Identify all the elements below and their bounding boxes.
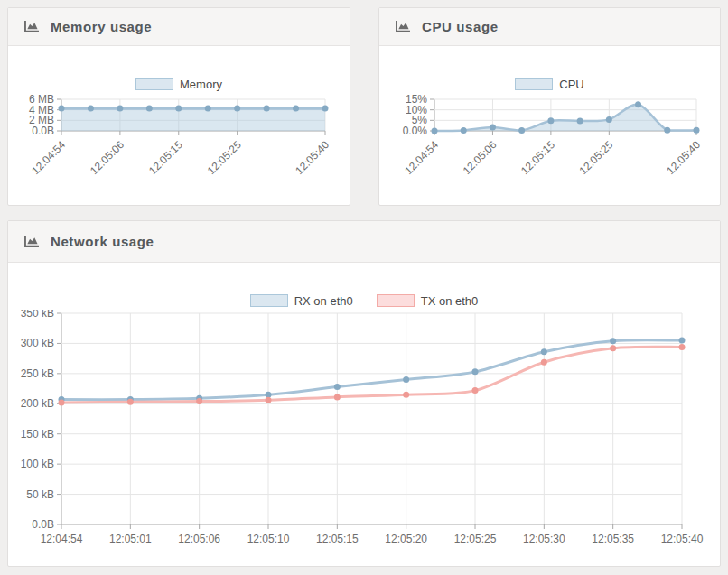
svg-text:12:05:25: 12:05:25 <box>577 138 616 177</box>
memory-panel-header: Memory usage <box>8 8 350 46</box>
svg-text:12:04:54: 12:04:54 <box>29 138 68 177</box>
svg-text:12:05:25: 12:05:25 <box>205 138 244 177</box>
dashboard: Memory usage Memory 12:04:5412:05:0612:0… <box>0 0 728 574</box>
area-chart-icon <box>23 235 40 248</box>
network-usage-panel: Network usage RX on eth0 TX on eth0 12:0… <box>7 220 721 567</box>
svg-text:12:05:40: 12:05:40 <box>661 533 704 545</box>
top-row: Memory usage Memory 12:04:5412:05:0612:0… <box>7 7 721 206</box>
svg-text:250 kB: 250 kB <box>21 367 54 380</box>
svg-text:12:05:30: 12:05:30 <box>523 533 565 545</box>
svg-text:150 kB: 150 kB <box>21 428 54 441</box>
rx-legend-label: RX on eth0 <box>294 294 353 308</box>
network-panel-header: Network usage <box>8 221 720 263</box>
memory-panel-title: Memory usage <box>51 19 152 34</box>
svg-text:12:05:10: 12:05:10 <box>247 533 290 545</box>
svg-text:300 kB: 300 kB <box>21 337 54 349</box>
svg-text:50 kB: 50 kB <box>26 488 54 501</box>
network-legend: RX on eth0 TX on eth0 <box>8 292 720 310</box>
memory-usage-panel: Memory usage Memory 12:04:5412:05:0612:0… <box>7 7 350 206</box>
cpu-panel-title: CPU usage <box>422 19 499 34</box>
svg-text:12:05:20: 12:05:20 <box>385 533 427 545</box>
svg-text:12:05:15: 12:05:15 <box>146 138 185 177</box>
svg-text:100 kB: 100 kB <box>21 458 54 470</box>
svg-text:6 MB: 6 MB <box>29 93 54 106</box>
cpu-usage-panel: CPU usage CPU 12:04:5412:05:0612:05:1512… <box>378 7 721 206</box>
legend-item-tx: TX on eth0 <box>377 294 479 308</box>
network-chart[interactable]: 12:04:5412:05:0112:05:0612:05:1012:05:15… <box>8 310 720 557</box>
memory-legend-label: Memory <box>180 78 222 91</box>
area-chart-icon <box>23 20 40 33</box>
svg-text:12:04:54: 12:04:54 <box>41 533 83 545</box>
svg-text:12:05:06: 12:05:06 <box>88 138 126 177</box>
cpu-legend-label: CPU <box>559 78 583 91</box>
tx-legend-label: TX on eth0 <box>421 294 479 308</box>
svg-text:12:05:15: 12:05:15 <box>518 138 557 177</box>
area-chart-icon <box>395 20 411 33</box>
svg-text:0.0B: 0.0B <box>32 518 54 531</box>
svg-text:350 kB: 350 kB <box>21 310 54 320</box>
svg-text:200 kB: 200 kB <box>21 397 54 410</box>
legend-item-memory: Memory <box>135 78 222 91</box>
memory-chart[interactable]: 12:04:5412:05:0612:05:1512:05:2512:05:40… <box>8 93 350 199</box>
tx-legend-swatch <box>377 294 415 307</box>
svg-text:12:05:15: 12:05:15 <box>316 533 359 545</box>
network-panel-title: Network usage <box>51 234 154 249</box>
memory-panel-body: Memory 12:04:5412:05:0612:05:1512:05:251… <box>8 46 350 199</box>
svg-text:12:05:01: 12:05:01 <box>109 533 152 545</box>
svg-text:12:05:25: 12:05:25 <box>454 533 497 545</box>
cpu-legend-swatch <box>515 78 553 90</box>
svg-text:12:05:06: 12:05:06 <box>178 533 220 545</box>
memory-legend-swatch <box>135 78 173 90</box>
cpu-chart[interactable]: 12:04:5412:05:0612:05:1512:05:2512:05:40… <box>379 93 720 199</box>
cpu-panel-header: CPU usage <box>379 8 720 46</box>
legend-item-cpu: CPU <box>515 78 583 91</box>
svg-text:12:05:35: 12:05:35 <box>592 533 634 545</box>
cpu-panel-body: CPU 12:04:5412:05:0612:05:1512:05:2512:0… <box>379 46 720 199</box>
legend-item-rx: RX on eth0 <box>250 294 353 308</box>
cpu-legend: CPU <box>379 75 720 93</box>
svg-text:12:04:54: 12:04:54 <box>402 138 441 177</box>
svg-text:12:05:40: 12:05:40 <box>293 138 331 177</box>
memory-legend: Memory <box>8 75 350 93</box>
svg-text:12:05:06: 12:05:06 <box>461 138 499 177</box>
svg-text:15%: 15% <box>406 93 427 106</box>
network-panel-body: RX on eth0 TX on eth0 12:04:5412:05:0112… <box>8 263 720 557</box>
rx-legend-swatch <box>250 294 288 307</box>
svg-text:12:05:40: 12:05:40 <box>664 138 703 177</box>
